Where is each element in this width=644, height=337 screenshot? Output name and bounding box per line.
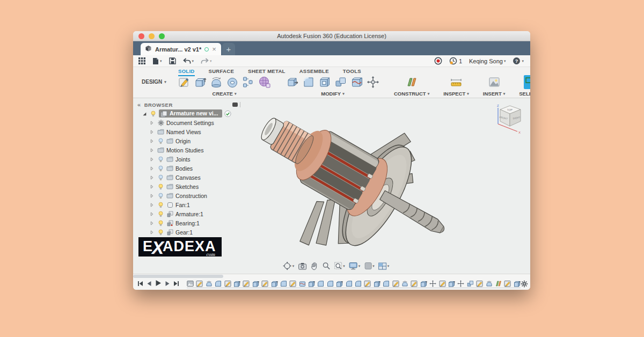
browser-item-canvases[interactable]: Canvases <box>136 173 241 182</box>
undo-button[interactable]: ▾ <box>183 58 194 64</box>
root-component-label[interactable]: Armature new vi... <box>159 109 222 118</box>
help-menu-button[interactable]: ? ▾ <box>513 57 524 65</box>
timeline-feature-freeform-13[interactable] <box>299 280 306 287</box>
timeline-feature-move-27[interactable] <box>429 280 436 287</box>
collapse-browser-icon[interactable]: « <box>137 101 141 108</box>
timeline-feature-sketch-5[interactable] <box>224 280 231 287</box>
browser-item-document-settings[interactable]: Document Settings <box>136 118 241 127</box>
move-icon[interactable] <box>366 75 380 89</box>
timeline-feature-revolve-3[interactable] <box>206 280 213 287</box>
zoom-tool[interactable] <box>322 262 330 270</box>
browser-item-joints[interactable]: Joints <box>136 155 241 164</box>
ribbon-group-label-insert[interactable]: INSERT▾ <box>483 91 505 97</box>
timeline-feature-extrude-14[interactable] <box>308 280 315 287</box>
new-tab-button[interactable]: + <box>222 43 235 55</box>
notifications-button[interactable]: 1 <box>449 57 462 65</box>
root-visibility-bulb-icon[interactable] <box>150 111 157 117</box>
visibility-bulb-icon[interactable] <box>157 229 164 236</box>
ribbon-group-label-construct[interactable]: CONSTRUCT▾ <box>394 91 429 97</box>
timeline-feature-sketch-20[interactable] <box>364 280 371 287</box>
timeline-feature-extrude-17[interactable] <box>336 280 343 287</box>
timeline-feature-sketch-2[interactable] <box>196 280 203 287</box>
file-menu-button[interactable]: ▾ <box>152 57 162 65</box>
timeline-feature-sketch-32[interactable] <box>476 280 483 287</box>
timeline-feature-revolve-24[interactable] <box>401 280 408 287</box>
create-form-icon[interactable] <box>258 75 272 89</box>
timeline-feature-fillet-19[interactable] <box>355 280 362 287</box>
expand-root-icon[interactable] <box>141 111 148 116</box>
zoom-window-tool[interactable]: ▾ <box>334 262 345 270</box>
display-settings-tool[interactable]: ▾ <box>349 262 361 270</box>
expand-icon[interactable] <box>148 185 155 189</box>
sphere-icon[interactable] <box>225 75 239 89</box>
expand-icon[interactable] <box>148 175 155 180</box>
expand-icon[interactable] <box>148 130 155 134</box>
browser-item-bearing-1[interactable]: Bearing:1 <box>136 218 241 228</box>
expand-icon[interactable] <box>148 157 155 162</box>
revolve-icon[interactable] <box>209 75 223 89</box>
visibility-bulb-icon[interactable] <box>157 202 164 208</box>
timeline-feature-extrude-26[interactable] <box>420 280 427 287</box>
timeline-feature-sketch-23[interactable] <box>392 280 399 287</box>
select-icon[interactable] <box>524 75 530 89</box>
viewports-tool[interactable]: ▾ <box>378 262 390 270</box>
visibility-bulb-icon[interactable] <box>157 174 164 181</box>
timeline-settings-gear-icon[interactable] <box>521 280 528 288</box>
timeline-skip-end-button[interactable] <box>173 279 179 289</box>
browser-item-bodies[interactable]: Bodies <box>136 164 241 173</box>
expand-icon[interactable] <box>148 230 155 235</box>
timeline-feature-sketch-25[interactable] <box>411 280 418 287</box>
visibility-bulb-icon[interactable] <box>157 193 164 199</box>
timeline-feature-fillet-16[interactable] <box>327 280 334 287</box>
freeform-icon[interactable] <box>350 75 364 89</box>
browser-options-icon[interactable] <box>232 102 238 107</box>
browser-item-gear-1[interactable]: Gear:1 <box>136 228 241 237</box>
timeline-feature-extrude-6[interactable] <box>233 280 240 287</box>
timeline-step-back-button[interactable] <box>147 279 152 289</box>
timeline-feature-extrude-29[interactable] <box>448 280 455 287</box>
expand-icon[interactable] <box>148 139 155 143</box>
pan-tool[interactable] <box>310 262 318 270</box>
ribbon-group-label-inspect[interactable]: INSPECT▾ <box>443 91 469 97</box>
visibility-bulb-icon[interactable] <box>157 165 164 172</box>
workspace-selector[interactable]: DESIGN ▾ <box>142 79 166 85</box>
browser-root-row[interactable]: Armature new vi... <box>136 109 241 118</box>
viewcube-top-face[interactable]: TOP <box>507 108 513 112</box>
visibility-bulb-icon[interactable] <box>157 156 164 163</box>
redo-button[interactable]: ▾ <box>201 58 212 64</box>
timeline-feature-extrude-21[interactable] <box>374 280 380 287</box>
browser-item-sketches[interactable]: Sketches <box>136 182 241 191</box>
expand-icon[interactable] <box>148 121 155 125</box>
expand-icon[interactable] <box>148 221 155 225</box>
close-tab-icon[interactable]: × <box>212 47 216 52</box>
timeline-feature-sketch-35[interactable] <box>504 280 511 287</box>
timeline-feature-fillet-4[interactable] <box>215 280 222 287</box>
armature-3d-model[interactable] <box>243 104 479 270</box>
insert-image-icon[interactable] <box>487 75 501 89</box>
timeline-feature-move-30[interactable] <box>457 280 464 287</box>
user-menu-button[interactable]: Keqing Song ▾ <box>469 58 506 64</box>
expand-icon[interactable] <box>148 203 155 207</box>
timeline-feature-sketch-28[interactable] <box>439 280 446 287</box>
ribbon-group-label-create[interactable]: CREATE▾ <box>213 91 237 97</box>
timeline-feature-canvas-1[interactable] <box>187 280 194 287</box>
fillet-icon[interactable] <box>302 75 316 89</box>
timeline-feature-fillet-22[interactable] <box>383 280 390 287</box>
timeline-skip-start-button[interactable] <box>137 279 143 289</box>
expand-icon[interactable] <box>148 212 155 216</box>
visibility-bulb-icon[interactable] <box>157 211 164 217</box>
visibility-bulb-icon[interactable] <box>157 184 164 190</box>
browser-item-named-views[interactable]: Named Views <box>136 127 241 136</box>
timeline-feature-extrude-8[interactable] <box>252 280 259 287</box>
orbit-tool[interactable]: ▾ <box>283 261 295 270</box>
viewcube[interactable]: Z X TOP FRONT RIGHT <box>494 102 526 136</box>
ribbon-group-label-modify[interactable]: MODIFY▾ <box>321 91 344 97</box>
timeline-feature-fillet-15[interactable] <box>317 280 324 287</box>
app-grid-icon[interactable] <box>138 57 145 64</box>
create-sketch-icon[interactable] <box>177 75 191 89</box>
expand-icon[interactable] <box>148 166 155 171</box>
document-tab[interactable]: Armatur... v2 v1* × <box>141 43 221 55</box>
timeline-feature-sketch-9[interactable] <box>261 280 268 287</box>
timeline-feature-extrude-36[interactable] <box>514 280 521 287</box>
expand-icon[interactable] <box>148 148 155 152</box>
